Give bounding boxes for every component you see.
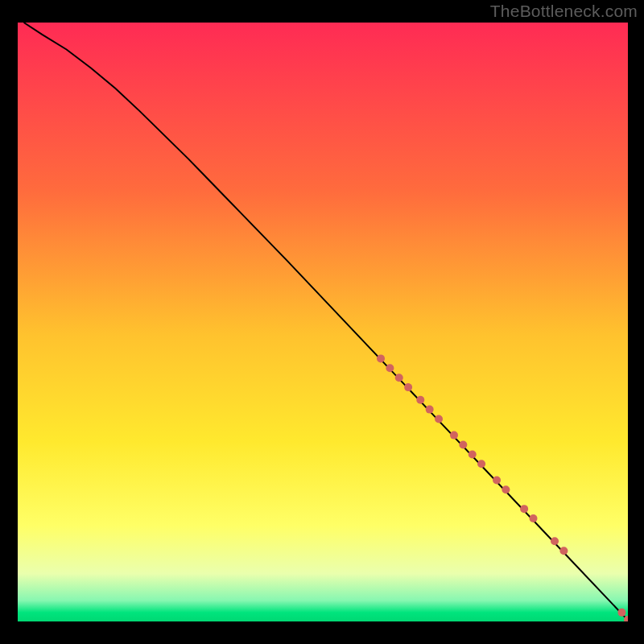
chart-marker <box>520 505 528 513</box>
chart-marker <box>551 537 559 545</box>
chart-marker <box>426 406 434 414</box>
chart-marker <box>459 441 467 449</box>
chart-marker <box>502 485 510 493</box>
chart-marker <box>530 514 538 522</box>
chart-marker <box>617 609 625 617</box>
chart-area <box>18 23 628 621</box>
chart-marker <box>386 364 394 372</box>
chart-marker <box>416 396 424 404</box>
chart-marker <box>493 476 501 484</box>
chart-svg <box>18 23 628 621</box>
chart-marker <box>477 460 485 468</box>
chart-background <box>18 23 628 621</box>
chart-marker <box>377 354 385 362</box>
chart-marker <box>395 374 403 382</box>
chart-marker <box>450 431 458 440</box>
chart-marker <box>469 450 477 458</box>
watermark-text: TheBottleneck.com <box>490 2 638 21</box>
chart-marker <box>404 383 412 391</box>
chart-marker <box>435 415 443 423</box>
chart-marker <box>559 547 568 555</box>
